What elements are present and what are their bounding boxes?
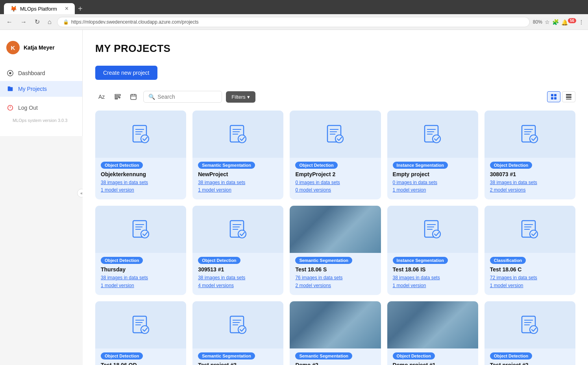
svg-point-62	[530, 230, 538, 238]
svg-rect-5	[115, 96, 119, 98]
app-layout: K Katja Meyer Dashboard My Projects	[0, 30, 588, 365]
card-image	[484, 206, 575, 253]
svg-point-22	[141, 135, 149, 143]
project-card[interactable]: Object Detection Test project #2 38 imag…	[484, 301, 575, 365]
search-box[interactable]: 🔍	[143, 91, 222, 103]
sidebar-item-my-projects[interactable]: My Projects	[0, 81, 82, 97]
project-card[interactable]: Object Detection Thursday 38 images in d…	[95, 206, 186, 295]
project-card[interactable]: Object Detection Objekterkennung 38 imag…	[95, 111, 186, 199]
card-body: Object Detection Demo project #1 38 imag…	[387, 348, 478, 365]
project-card[interactable]: Instance Segmentation Empty project 0 im…	[387, 111, 478, 199]
card-images-count: 0 images in data sets	[295, 179, 375, 186]
type-badge: Object Detection	[101, 257, 143, 264]
card-images-count: 38 images in data sets	[198, 179, 278, 186]
filters-chevron-icon: ▾	[247, 94, 250, 100]
new-tab-button[interactable]: +	[78, 4, 83, 13]
grid-view-button[interactable]	[547, 91, 560, 102]
lock-icon: 🔒	[63, 19, 69, 25]
logout-button[interactable]: Log Out	[6, 101, 76, 115]
card-image	[387, 111, 478, 158]
sidebar-item-dashboard-label: Dashboard	[18, 70, 45, 76]
card-image	[484, 111, 575, 158]
tab-close-button[interactable]: ×	[65, 6, 68, 12]
card-title: Test project #3	[198, 362, 278, 365]
project-card[interactable]: Semantic Segmentation Demo #2 76 images …	[290, 301, 381, 365]
card-title: Test project #2	[490, 362, 570, 365]
dashboard-icon	[6, 69, 14, 77]
filters-button[interactable]: Filters ▾	[226, 91, 255, 103]
forward-button[interactable]: →	[18, 17, 29, 27]
type-badge: Object Detection	[490, 352, 532, 359]
home-button[interactable]: ⌂	[45, 17, 54, 27]
type-badge: Object Detection	[393, 352, 435, 359]
card-title: 309513 #1	[198, 266, 278, 273]
card-body: Semantic Segmentation Test project #3 38…	[192, 348, 283, 365]
project-card[interactable]: Object Detection Test 18.06 OD 38 images…	[95, 301, 186, 365]
project-card[interactable]: Semantic Segmentation Test 18.06 S 76 im…	[290, 206, 381, 295]
svg-point-47	[141, 230, 149, 238]
project-card[interactable]: Instance Segmentation Test 18.06 IS 38 i…	[387, 206, 478, 295]
address-bar[interactable]: 🔒 https://mlopsdev.swedencentral.cloudap…	[57, 17, 530, 27]
filters-label: Filters	[231, 94, 245, 100]
card-title: Demo project #1	[393, 362, 473, 365]
browser-tab[interactable]: 🦊 MLOps Platform ×	[4, 3, 75, 14]
card-models-count: 2 model versions	[295, 282, 375, 289]
project-card[interactable]: Object Detection 309513 #1 38 images in …	[192, 206, 283, 295]
svg-point-32	[335, 135, 343, 143]
card-images-count: 38 images in data sets	[101, 179, 181, 186]
project-card[interactable]: Object Detection Demo project #1 38 imag…	[387, 301, 478, 365]
card-body: Object Detection Thursday 38 images in d…	[95, 253, 186, 289]
card-image	[192, 206, 283, 253]
card-body: Object Detection 309513 #1 38 images in …	[192, 253, 283, 289]
sort-label[interactable]: Az	[95, 91, 108, 102]
card-images-count: 38 images in data sets	[198, 274, 278, 282]
svg-point-52	[238, 230, 246, 238]
card-models-count: 1 model version	[393, 186, 473, 194]
svg-point-42	[530, 135, 538, 143]
card-models-count: 1 model version	[198, 186, 278, 194]
toolbar: Az 🔍	[95, 91, 575, 103]
project-card[interactable]: Object Detection 308073 #1 38 images in …	[484, 111, 575, 199]
svg-rect-4	[115, 94, 120, 96]
svg-point-72	[238, 326, 246, 334]
search-input[interactable]	[157, 94, 217, 100]
list-view-button[interactable]	[562, 91, 575, 102]
extensions-icon[interactable]: 🧩	[552, 19, 559, 25]
card-image	[95, 301, 186, 348]
card-image	[290, 301, 381, 348]
card-body: Object Detection 308073 #1 38 images in …	[484, 158, 575, 194]
svg-point-77	[530, 326, 538, 334]
project-card[interactable]: Classification Test 18.06 C 72 images in…	[484, 206, 575, 295]
notification-bell[interactable]: 🔔56	[561, 18, 576, 26]
card-image	[95, 206, 186, 253]
calendar-icon-button[interactable]	[128, 91, 139, 103]
project-card[interactable]: Object Detection EmptyProject 2 0 images…	[290, 111, 381, 199]
back-button[interactable]: ←	[4, 17, 15, 27]
bookmark-icon[interactable]: ☆	[545, 19, 550, 25]
project-card[interactable]: Semantic Segmentation NewProject 38 imag…	[192, 111, 283, 199]
type-badge: Object Detection	[198, 257, 240, 264]
main-content: MY PROJECTS Create new project Az	[83, 30, 588, 365]
create-new-project-button[interactable]: Create new project	[95, 66, 157, 80]
reload-button[interactable]: ↻	[32, 17, 42, 27]
type-badge: Instance Segmentation	[393, 162, 448, 169]
card-image	[484, 301, 575, 348]
project-card[interactable]: Semantic Segmentation Test project #3 38…	[192, 301, 283, 365]
version-text: MLOps system version 3.0.3	[6, 115, 76, 126]
username: Katja Meyer	[24, 44, 55, 51]
sidebar-item-dashboard[interactable]: Dashboard	[0, 65, 82, 81]
sidebar-wrapper: K Katja Meyer Dashboard My Projects	[0, 30, 83, 365]
sort-icon-button[interactable]	[112, 91, 124, 103]
menu-icon[interactable]: ⋮	[579, 19, 584, 25]
projects-grid: Object Detection Objekterkennung 38 imag…	[95, 111, 575, 365]
svg-rect-17	[566, 99, 571, 100]
sidebar: K Katja Meyer Dashboard My Projects	[0, 30, 83, 136]
svg-rect-15	[566, 94, 571, 96]
card-body: Semantic Segmentation NewProject 38 imag…	[192, 158, 283, 194]
card-body: Instance Segmentation Empty project 0 im…	[387, 158, 478, 194]
page-title: MY PROJECTS	[95, 42, 575, 55]
svg-rect-14	[554, 97, 557, 100]
browser-nav: ← → ↻ ⌂ 🔒 https://mlopsdev.swedencentral…	[0, 14, 588, 30]
notification-count: 56	[568, 18, 576, 23]
zoom-level: 80%	[533, 19, 542, 25]
